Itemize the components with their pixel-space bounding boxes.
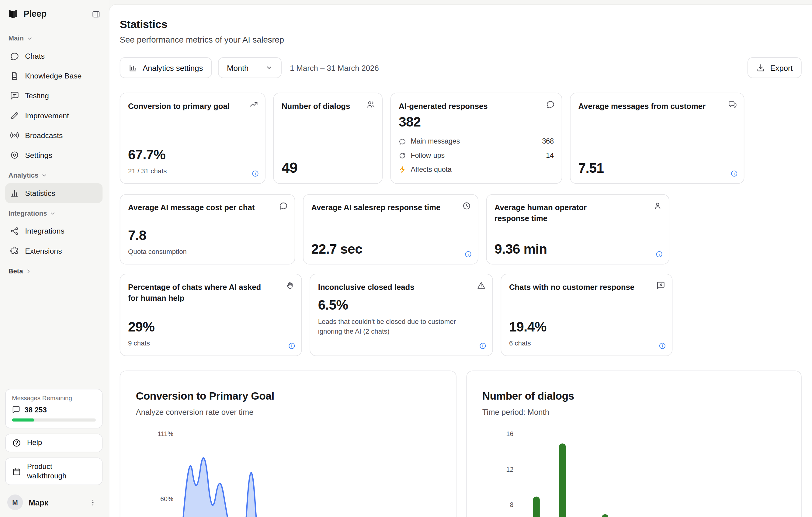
card-ai-response-time: Average AI salesrep response time 22.7 s… — [303, 194, 478, 264]
section-label: Main — [8, 34, 24, 42]
card-sub: 21 / 31 chats — [128, 167, 257, 176]
person-icon — [653, 201, 662, 210]
section-label: Beta — [8, 267, 23, 275]
period-value: Month — [227, 63, 249, 72]
sidebar-item-chats[interactable]: Chats — [5, 46, 103, 66]
pencil-icon — [10, 111, 20, 120]
app-name: Pleep — [23, 9, 47, 19]
sidebar-item-knowledge-base[interactable]: Knowledge Base — [5, 66, 103, 86]
legend-value: 14 — [546, 151, 554, 160]
info-icon[interactable] — [252, 170, 259, 178]
chat-icon — [399, 138, 406, 145]
sidebar-section-main[interactable]: Main — [5, 28, 103, 46]
info-icon[interactable] — [656, 250, 663, 258]
info-icon[interactable] — [659, 342, 666, 350]
card-sub: 9 chats — [128, 339, 293, 348]
main-content: Statistics See performance metrics of yo… — [109, 4, 812, 517]
kebab-menu-icon[interactable] — [88, 498, 100, 507]
profile-row[interactable]: M Марк — [5, 490, 103, 510]
card-value: 7.51 — [578, 160, 736, 176]
messages-progress-track — [12, 419, 96, 422]
card-dialogs: Number of dialogs 49 — [273, 93, 383, 184]
card-value: 7.8 — [128, 228, 287, 243]
trending-up-icon — [250, 100, 258, 109]
sidebar-collapse-icon[interactable] — [91, 10, 100, 19]
info-icon[interactable] — [479, 342, 487, 350]
profile-name: Марк — [29, 498, 48, 507]
item-label: Testing — [25, 91, 49, 100]
chevron-down-icon — [26, 35, 33, 42]
card-avg-cost: Average AI message cost per chat 7.8 Quo… — [120, 194, 295, 264]
info-icon[interactable] — [730, 170, 738, 178]
card-title: Average messages from customer — [578, 100, 736, 111]
card-no-response: Chats with no customer response 19.4% 6 … — [500, 274, 672, 356]
info-icon[interactable] — [464, 250, 472, 258]
puzzle-icon — [10, 246, 20, 256]
sidebar-item-statistics[interactable]: Statistics — [5, 183, 103, 203]
legend-affects-quota: Affects quota — [399, 163, 554, 175]
dialogs-chart-plot: 16128 — [466, 371, 801, 517]
dialogs-bar — [602, 514, 608, 517]
chat-icon — [546, 100, 555, 109]
card-title: Number of dialogs — [282, 100, 374, 111]
sidebar-item-testing[interactable]: Testing — [5, 86, 103, 106]
hand-help-icon — [286, 281, 295, 290]
conversion-chart-card: Conversion to Primary Goal Analyze conve… — [120, 371, 457, 517]
item-label: Improvement — [25, 111, 69, 119]
bar-chart-icon — [10, 189, 20, 198]
export-label: Export — [770, 63, 792, 72]
legend-label: Affects quota — [411, 166, 451, 173]
card-human-response-time: Average human operator response time 9.3… — [486, 194, 669, 264]
chart-settings-icon — [128, 63, 138, 72]
item-label: Extensions — [25, 247, 62, 255]
card-value: 67.7% — [128, 147, 257, 163]
product-walkthrough-button[interactable]: Product walkthrough — [5, 457, 103, 485]
card-value: 49 — [282, 160, 374, 176]
card-title: Inconclusive closed leads — [318, 282, 485, 292]
period-select[interactable]: Month — [218, 57, 282, 78]
help-label: Help — [27, 438, 42, 448]
sidebar-item-improvement[interactable]: Improvement — [5, 106, 103, 125]
dialogs-bar — [559, 443, 566, 517]
sidebar-item-broadcasts[interactable]: Broadcasts — [5, 125, 103, 145]
analytics-settings-button[interactable]: Analytics settings — [120, 57, 212, 78]
item-label: Chats — [25, 52, 45, 60]
card-value: 29% — [128, 319, 293, 335]
sidebar-section-beta[interactable]: Beta — [5, 261, 103, 279]
chat-icon — [10, 51, 20, 61]
page-subtitle: See performance metrics of your AI sales… — [120, 35, 802, 45]
messages-remaining-card: Messages Remaining 38 253 — [5, 389, 103, 429]
help-button[interactable]: Help — [5, 434, 103, 453]
item-label: Settings — [25, 151, 52, 159]
sidebar-item-settings[interactable]: Settings — [5, 145, 103, 165]
card-title: Average AI salesrep response time — [311, 202, 470, 213]
card-title: Percentage of chats where AI asked for h… — [128, 282, 284, 304]
message-square-icon — [10, 91, 20, 100]
card-title: Average AI message cost per chat — [128, 202, 287, 213]
question-circle-icon — [12, 438, 21, 448]
lightning-icon — [399, 166, 406, 173]
chevron-down-icon — [41, 172, 48, 178]
pleep-logo-icon — [7, 8, 19, 20]
document-icon — [10, 71, 20, 81]
sidebar-section-analytics[interactable]: Analytics — [5, 165, 103, 183]
card-ai-responses: AI-generated responses 382 Main messages… — [390, 93, 562, 184]
analytics-settings-label: Analytics settings — [143, 63, 203, 72]
card-sub: Leads that couldn't be closed due to cus… — [318, 317, 477, 337]
conversion-chart-plot: 111%60% — [120, 371, 456, 517]
sidebar-section-integrations[interactable]: Integrations — [5, 203, 103, 221]
sidebar-item-extensions[interactable]: Extensions — [5, 241, 103, 261]
card-sub: 6 chats — [509, 339, 664, 348]
chat-bubbles-icon — [728, 100, 737, 110]
export-button[interactable]: Export — [747, 57, 802, 78]
card-avg-messages: Average messages from customer 7.51 — [570, 93, 744, 184]
calendar-icon — [12, 466, 21, 476]
dialogs-bar — [533, 497, 540, 517]
info-icon[interactable] — [288, 342, 296, 350]
card-title: Conversion to primary goal — [128, 100, 257, 111]
section-label: Analytics — [8, 171, 38, 179]
sidebar: Pleep Main Chats Knowledge Base Testing … — [0, 0, 108, 517]
item-label: Integrations — [25, 227, 64, 235]
card-title: AI-generated responses — [399, 100, 554, 111]
sidebar-item-integrations[interactable]: Integrations — [5, 221, 103, 241]
